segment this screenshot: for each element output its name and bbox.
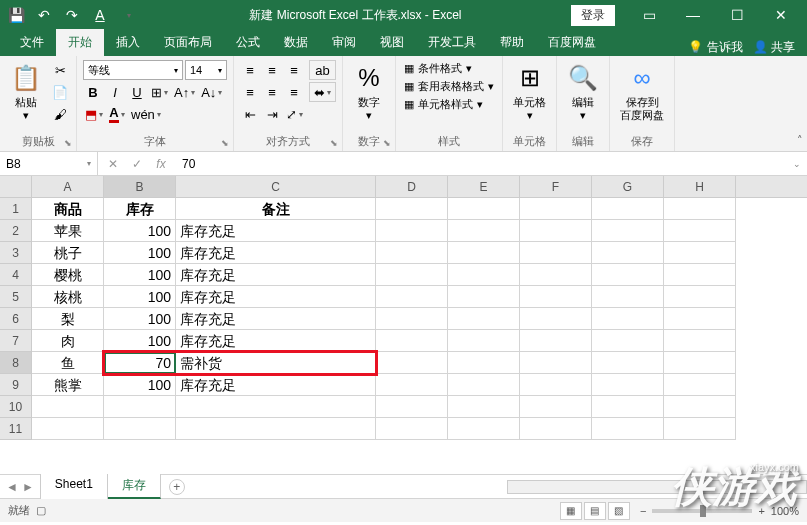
zoom-out-icon[interactable]: − — [640, 505, 646, 517]
zoom-slider[interactable] — [652, 509, 752, 513]
col-header-D[interactable]: D — [376, 176, 448, 197]
cell-H2[interactable] — [664, 220, 736, 242]
cell-H10[interactable] — [664, 396, 736, 418]
cell-A11[interactable] — [32, 418, 104, 440]
align-center-icon[interactable]: ≡ — [262, 82, 282, 102]
tab-文件[interactable]: 文件 — [8, 29, 56, 56]
cell-D3[interactable] — [376, 242, 448, 264]
align-top-icon[interactable]: ≡ — [240, 60, 260, 80]
zoom-in-icon[interactable]: + — [758, 505, 764, 517]
tab-页面布局[interactable]: 页面布局 — [152, 29, 224, 56]
cell-A5[interactable]: 核桃 — [32, 286, 104, 308]
cell-styles-button[interactable]: ▦单元格样式 ▾ — [402, 96, 496, 113]
tab-视图[interactable]: 视图 — [368, 29, 416, 56]
cell-B11[interactable] — [104, 418, 176, 440]
undo-icon[interactable]: ↶ — [32, 3, 56, 27]
cell-C6[interactable]: 库存充足 — [176, 308, 376, 330]
cell-F7[interactable] — [520, 330, 592, 352]
cell-D5[interactable] — [376, 286, 448, 308]
cell-D11[interactable] — [376, 418, 448, 440]
cell-H9[interactable] — [664, 374, 736, 396]
cell-H11[interactable] — [664, 418, 736, 440]
cell-C9[interactable]: 库存充足 — [176, 374, 376, 396]
align-left-icon[interactable]: ≡ — [240, 82, 260, 102]
tab-百度网盘[interactable]: 百度网盘 — [536, 29, 608, 56]
cell-D10[interactable] — [376, 396, 448, 418]
cell-A3[interactable]: 桃子 — [32, 242, 104, 264]
col-header-C[interactable]: C — [176, 176, 376, 197]
col-header-F[interactable]: F — [520, 176, 592, 197]
phonetic-button[interactable]: wén — [129, 104, 163, 124]
font-color-qat-icon[interactable]: A — [88, 3, 112, 27]
row-header[interactable]: 10 — [0, 396, 32, 418]
cell-G5[interactable] — [592, 286, 664, 308]
ribbon-options-icon[interactable]: ▭ — [627, 0, 671, 30]
minimize-icon[interactable]: — — [671, 0, 715, 30]
cell-F10[interactable] — [520, 396, 592, 418]
tab-插入[interactable]: 插入 — [104, 29, 152, 56]
cells-button[interactable]: ⊞ 单元格▾ — [509, 60, 550, 124]
row-header[interactable]: 4 — [0, 264, 32, 286]
horizontal-scrollbar[interactable] — [507, 480, 807, 494]
font-dialog-icon[interactable]: ⬊ — [221, 138, 229, 148]
cell-C3[interactable]: 库存充足 — [176, 242, 376, 264]
normal-view-icon[interactable]: ▦ — [560, 502, 582, 520]
cell-A6[interactable]: 梨 — [32, 308, 104, 330]
cell-C8[interactable]: 需补货 — [176, 352, 376, 374]
font-grow-button[interactable]: A↑ — [172, 82, 197, 102]
cell-A10[interactable] — [32, 396, 104, 418]
collapse-ribbon-icon[interactable]: ˄ — [797, 134, 803, 147]
cell-F2[interactable] — [520, 220, 592, 242]
tab-审阅[interactable]: 审阅 — [320, 29, 368, 56]
cell-E2[interactable] — [448, 220, 520, 242]
copy-icon[interactable]: 📄 — [50, 82, 70, 102]
select-all-corner[interactable] — [0, 176, 32, 197]
cell-B3[interactable]: 100 — [104, 242, 176, 264]
cell-G6[interactable] — [592, 308, 664, 330]
cell-E4[interactable] — [448, 264, 520, 286]
align-bottom-icon[interactable]: ≡ — [284, 60, 304, 80]
cell-C2[interactable]: 库存充足 — [176, 220, 376, 242]
cell-A1[interactable]: 商品 — [32, 198, 104, 220]
redo-icon[interactable]: ↷ — [60, 3, 84, 27]
formula-bar[interactable]: 70 — [176, 157, 787, 171]
cell-C11[interactable] — [176, 418, 376, 440]
col-header-A[interactable]: A — [32, 176, 104, 197]
cell-C10[interactable] — [176, 396, 376, 418]
italic-button[interactable]: I — [105, 82, 125, 102]
macro-record-icon[interactable]: ▢ — [36, 504, 46, 517]
cell-B7[interactable]: 100 — [104, 330, 176, 352]
cell-G3[interactable] — [592, 242, 664, 264]
qat-more-icon[interactable] — [116, 3, 140, 27]
row-header[interactable]: 1 — [0, 198, 32, 220]
font-size-select[interactable]: 14▾ — [185, 60, 227, 80]
wrap-text-button[interactable]: ab — [309, 60, 336, 80]
cell-H8[interactable] — [664, 352, 736, 374]
underline-button[interactable]: U — [127, 82, 147, 102]
format-painter-icon[interactable]: 🖌 — [50, 104, 70, 124]
bold-button[interactable]: B — [83, 82, 103, 102]
merge-button[interactable]: ⬌ — [309, 82, 336, 102]
conditional-format-button[interactable]: ▦条件格式 ▾ — [402, 60, 496, 77]
cell-G4[interactable] — [592, 264, 664, 286]
cell-H4[interactable] — [664, 264, 736, 286]
save-baidu-button[interactable]: ∞ 保存到百度网盘 — [616, 60, 668, 124]
align-middle-icon[interactable]: ≡ — [262, 60, 282, 80]
cell-A9[interactable]: 熊掌 — [32, 374, 104, 396]
paste-button[interactable]: 📋 粘贴▾ — [6, 60, 46, 124]
cell-G11[interactable] — [592, 418, 664, 440]
cell-H7[interactable] — [664, 330, 736, 352]
cell-H1[interactable] — [664, 198, 736, 220]
cell-F3[interactable] — [520, 242, 592, 264]
font-name-select[interactable]: 等线▾ — [83, 60, 183, 80]
tab-数据[interactable]: 数据 — [272, 29, 320, 56]
cell-B6[interactable]: 100 — [104, 308, 176, 330]
cell-F6[interactable] — [520, 308, 592, 330]
cell-F5[interactable] — [520, 286, 592, 308]
row-header[interactable]: 7 — [0, 330, 32, 352]
cell-G8[interactable] — [592, 352, 664, 374]
cell-E9[interactable] — [448, 374, 520, 396]
cell-E5[interactable] — [448, 286, 520, 308]
cell-B5[interactable]: 100 — [104, 286, 176, 308]
row-header[interactable]: 5 — [0, 286, 32, 308]
